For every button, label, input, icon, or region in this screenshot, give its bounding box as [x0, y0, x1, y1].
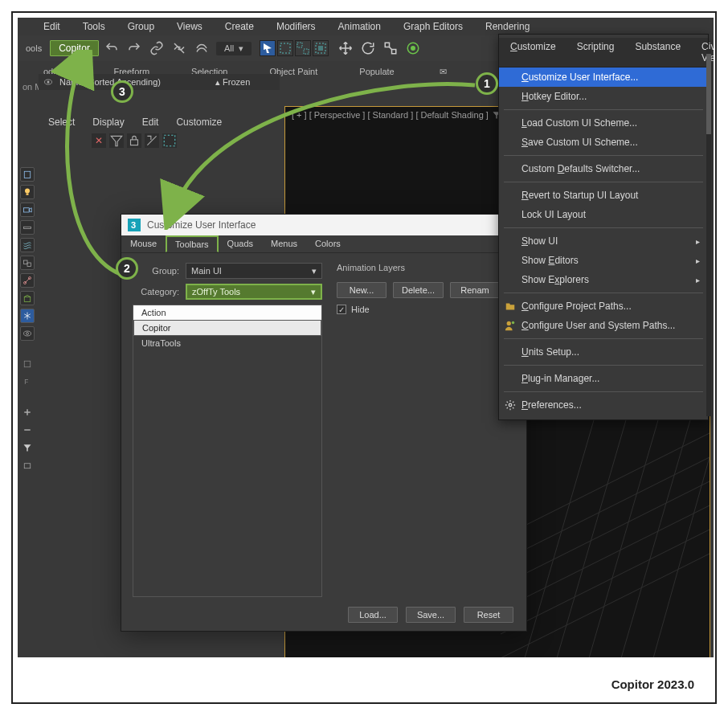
cui-tab-quads[interactable]: Quads [219, 235, 262, 252]
unlink-icon[interactable] [170, 39, 188, 57]
dropdown-item-1[interactable]: Hotkey Editor... [499, 87, 708, 106]
cui-group-dropdown[interactable]: Main UI▾ [186, 263, 322, 279]
lt-funnel-icon[interactable] [20, 440, 35, 455]
lt-group-icon[interactable] [20, 256, 35, 270]
dropdown-item-8[interactable]: Revert to Startup UI Layout [499, 186, 708, 205]
svg-line-42 [557, 409, 629, 657]
redo-icon[interactable] [125, 39, 143, 57]
menu-tools[interactable]: Tools [72, 18, 117, 35]
menu-animation[interactable]: Animation [327, 18, 392, 35]
lt-clipboard-icon[interactable] [20, 167, 35, 182]
envelope-icon[interactable]: ✉ [440, 67, 447, 77]
app-window: Edit Tools Group Views Create Modifiers … [18, 18, 714, 657]
selection-filter-dropdown[interactable]: All ▾ [216, 42, 252, 55]
cui-tab-colors[interactable]: Colors [306, 235, 350, 252]
cui-action-copitor[interactable]: Copitor [133, 320, 321, 336]
lt-helper-icon[interactable] [20, 220, 35, 235]
lt-square-icon[interactable] [20, 357, 35, 371]
dropdown-item-11[interactable]: Show UI [499, 231, 708, 251]
cui-delete-button[interactable]: Delete... [393, 282, 444, 298]
step-badge-3: 3 [111, 80, 133, 103]
scene-lock-icon[interactable] [127, 133, 141, 148]
dropdown-item-16[interactable]: Configure User and System Paths... [499, 316, 708, 335]
scale-icon[interactable] [382, 39, 399, 57]
menu-create[interactable]: Create [214, 18, 265, 35]
svg-text:F: F [24, 378, 28, 386]
scene-col-frozen[interactable]: ▴ Frozen [215, 77, 280, 88]
dropdown-item-12[interactable]: Show Editors [499, 251, 708, 270]
dropdown-item-18[interactable]: Units Setup... [499, 342, 708, 362]
scene-column-header[interactable]: Name (Sorted Ascending) ▴ Frozen [39, 74, 280, 90]
scene-pick-icon[interactable] [145, 133, 159, 148]
scene-filter-icon[interactable] [109, 133, 124, 148]
placement-icon[interactable] [404, 39, 422, 57]
scene-select-icon[interactable] [162, 133, 177, 148]
select-rect-icon[interactable] [277, 40, 293, 56]
svg-rect-19 [27, 194, 29, 195]
viewport-label[interactable]: [ + ] [ Perspective ] [ Standard ] [ Def… [292, 110, 501, 120]
lt-light-icon[interactable] [20, 185, 35, 199]
cui-tab-menus[interactable]: Menus [262, 235, 306, 252]
cui-tab-toolbars[interactable]: Toolbars [166, 235, 219, 252]
dropdown-item-6[interactable]: Custom Defaults Switcher... [499, 159, 708, 178]
cui-category-dropdown[interactable]: zOffTy Tools▾ [186, 284, 322, 300]
menu-scripting[interactable]: Scripting [577, 41, 615, 63]
lt-hidden-icon[interactable] [20, 326, 35, 341]
select-window-icon[interactable] [295, 40, 311, 56]
copitor-toolbar-button[interactable]: Copitor [50, 40, 99, 56]
dropdown-item-13[interactable]: Show Explorers [499, 270, 708, 289]
lt-bone-icon[interactable] [20, 273, 35, 288]
svg-line-36 [501, 530, 710, 634]
dropdown-item-4[interactable]: Save Custom UI Scheme... [499, 133, 708, 152]
cui-reset-button[interactable]: Reset [464, 607, 513, 623]
dropdown-item-9[interactable]: Lock UI Layout [499, 205, 708, 224]
dropdown-item-20[interactable]: Plug-in Manager... [499, 369, 708, 388]
menu-modifiers[interactable]: Modifiers [265, 18, 327, 35]
undo-icon[interactable] [103, 39, 121, 57]
lt-letter-icon[interactable]: F [20, 374, 35, 389]
dropdown-item-15[interactable]: Configure Project Paths... [499, 297, 708, 316]
cui-hide-checkbox[interactable]: ✓Hide [337, 305, 515, 314]
scene-tab-display[interactable]: Display [89, 115, 127, 129]
lt-box-icon[interactable] [20, 458, 35, 473]
scene-close-icon[interactable]: ✕ [92, 133, 106, 148]
dropdown-item-3[interactable]: Load Custom UI Scheme... [499, 113, 708, 133]
bind-icon[interactable] [193, 39, 211, 57]
scene-col-name[interactable]: Name (Sorted Ascending) [58, 77, 215, 87]
scene-tab-edit[interactable]: Edit [139, 115, 162, 129]
cui-load-button[interactable]: Load... [348, 607, 398, 623]
menu-edit[interactable]: Edit [32, 18, 72, 35]
link-icon[interactable] [148, 39, 166, 57]
cui-action-ultratools[interactable]: UltraTools [133, 336, 321, 350]
lt-spacewarp-icon[interactable] [20, 238, 35, 252]
dropdown-scrollbar[interactable] [706, 49, 711, 416]
cui-tab-mouse[interactable]: Mouse [121, 235, 166, 252]
cui-action-listbox[interactable]: Action Copitor UltraTools [133, 305, 322, 597]
menu-rendering[interactable]: Rendering [474, 18, 541, 35]
cui-save-button[interactable]: Save... [406, 607, 456, 623]
menu-grapheditors[interactable]: Graph Editors [392, 18, 474, 35]
lt-plus-icon[interactable] [20, 405, 35, 419]
move-icon[interactable] [337, 39, 354, 57]
svg-line-40 [501, 433, 710, 538]
cui-new-button[interactable]: New... [337, 282, 386, 298]
scene-tab-customize[interactable]: Customize [173, 115, 225, 129]
select-object-icon[interactable] [260, 40, 276, 56]
lt-container-icon[interactable] [20, 291, 35, 305]
scene-tab-select[interactable]: Select [45, 115, 78, 129]
svg-line-41 [525, 409, 597, 657]
rotate-icon[interactable] [359, 39, 377, 57]
lt-minus-icon[interactable] [20, 423, 35, 437]
dropdown-item-0[interactable]: Customize User Interface... [499, 68, 708, 87]
ribbon-populate[interactable]: Populate [338, 67, 415, 76]
menu-customize[interactable]: Customize [510, 41, 556, 63]
lt-camera-icon[interactable] [20, 203, 35, 217]
menu-group[interactable]: Group [117, 18, 166, 35]
cui-titlebar[interactable]: 3 Customize User Interface ? [121, 215, 526, 235]
select-crossing-icon[interactable] [313, 40, 329, 56]
lt-frozen-icon[interactable] [20, 309, 35, 323]
menu-substance[interactable]: Substance [635, 41, 681, 63]
menu-views[interactable]: Views [166, 18, 214, 35]
dropdown-item-22[interactable]: Preferences... [499, 395, 708, 415]
cui-rename-button[interactable]: Renam [450, 282, 500, 298]
